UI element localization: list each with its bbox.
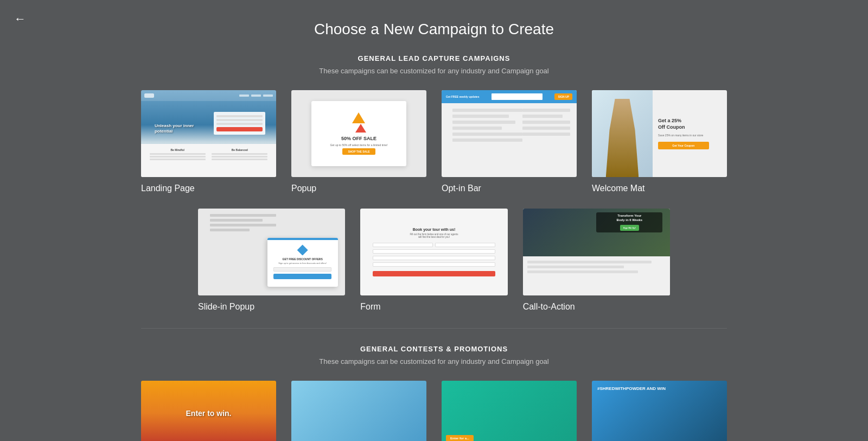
section-lead-capture: GENERAL LEAD CAPTURE CAMPAIGNS These cam…	[141, 54, 727, 312]
section-lead-capture-title: GENERAL LEAD CAPTURE CAMPAIGNS	[141, 54, 727, 62]
campaign-item-slide-in-popup[interactable]: GET FREE DISCOUNT OFFERS Sign up to get …	[198, 209, 345, 312]
campaign-thumb-landing-page: Unleash your innerpotential Be Mindful	[141, 90, 276, 177]
campaign-item-welcome-mat[interactable]: Get a 25%Off Coupon Save 25% on many ite…	[592, 90, 727, 193]
section-contests: GENERAL CONTESTS & PROMOTIONS These camp…	[141, 345, 727, 441]
campaign-item-contest-1[interactable]: Enter to win.	[141, 381, 276, 441]
campaign-thumb-popup: 50% OFF SALE Get up to 50% off select it…	[291, 90, 426, 177]
campaign-label-welcome-mat: Welcome Mat	[592, 184, 727, 193]
campaign-thumb-form: Book your tour with us! Fill out the for…	[360, 209, 507, 295]
section-divider	[141, 328, 727, 329]
campaign-label-opt-in-bar: Opt-in Bar	[442, 184, 577, 193]
campaign-item-contest-3[interactable]: Enter for a...	[442, 381, 577, 441]
campaign-thumb-contest-2	[291, 381, 426, 441]
campaign-label-form: Form	[360, 302, 507, 312]
campaign-thumb-contest-4: #SHREDWITHPOWDER AND WIN	[592, 381, 727, 441]
campaign-thumb-contest-3: Enter for a...	[442, 381, 577, 441]
section-contests-title: GENERAL CONTESTS & PROMOTIONS	[141, 345, 727, 353]
campaign-item-form[interactable]: Book your tour with us! Fill out the for…	[360, 209, 507, 312]
campaign-label-slide-in-popup: Slide-in Popup	[198, 302, 345, 312]
campaign-thumb-opt-in-bar: Get FREE weekly updates SIGN UP	[442, 90, 577, 177]
campaign-label-popup: Popup	[291, 184, 426, 193]
section-contests-subtitle: These campaigns can be customized for an…	[141, 357, 727, 366]
campaign-item-call-to-action[interactable]: Transform YourBody in 6 Weeks Sign Me Up…	[523, 209, 670, 312]
page-title: Choose a New Campaign to Create	[0, 0, 868, 54]
campaign-label-call-to-action: Call-to-Action	[523, 302, 670, 312]
campaign-item-contest-2[interactable]	[291, 381, 426, 441]
campaign-thumb-contest-1: Enter to win.	[141, 381, 276, 441]
campaign-label-landing-page: Landing Page	[141, 184, 276, 193]
campaign-item-popup[interactable]: 50% OFF SALE Get up to 50% off select it…	[291, 90, 426, 193]
back-button[interactable]: ←	[10, 10, 30, 28]
campaign-item-opt-in-bar[interactable]: Get FREE weekly updates SIGN UP	[442, 90, 577, 193]
campaign-thumb-welcome-mat: Get a 25%Off Coupon Save 25% on many ite…	[592, 90, 727, 177]
campaign-thumb-call-to-action: Transform YourBody in 6 Weeks Sign Me Up…	[523, 209, 670, 295]
campaign-item-contest-4[interactable]: #SHREDWITHPOWDER AND WIN	[592, 381, 727, 441]
campaign-item-landing-page[interactable]: Unleash your innerpotential Be Mindful	[141, 90, 276, 193]
campaign-thumb-slide-in-popup: GET FREE DISCOUNT OFFERS Sign up to get …	[198, 209, 345, 295]
section-lead-capture-subtitle: These campaigns can be customized for an…	[141, 67, 727, 75]
